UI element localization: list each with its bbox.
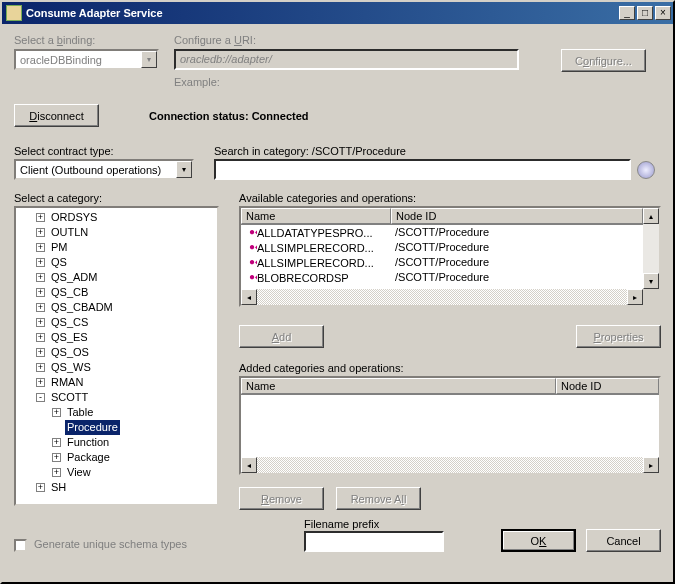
scroll-down-icon[interactable]: ▾: [643, 273, 659, 289]
expand-icon[interactable]: +: [36, 318, 45, 327]
tree-label[interactable]: SH: [49, 480, 68, 495]
expand-icon[interactable]: -: [36, 393, 45, 402]
tree-label[interactable]: View: [65, 465, 93, 480]
tree-label[interactable]: QS: [49, 255, 69, 270]
properties-button[interactable]: Properties: [576, 325, 661, 348]
category-tree[interactable]: +ORDSYS+OUTLN+PM+QS+QS_ADM+QS_CB+QS_CBAD…: [14, 206, 219, 506]
scroll-left-icon[interactable]: ◂: [241, 289, 257, 305]
remove-button[interactable]: Remove: [239, 487, 324, 510]
tree-item[interactable]: +QS_CBADM: [18, 300, 215, 315]
tree-label[interactable]: Function: [65, 435, 111, 450]
tree-label[interactable]: QS_CBADM: [49, 300, 115, 315]
tree-label[interactable]: QS_ADM: [49, 270, 99, 285]
search-input[interactable]: [214, 159, 631, 180]
tree-label[interactable]: QS_CB: [49, 285, 90, 300]
tree-item[interactable]: +Table: [18, 405, 215, 420]
chevron-down-icon[interactable]: [176, 161, 192, 178]
tree-item[interactable]: +QS_WS: [18, 360, 215, 375]
expand-icon[interactable]: +: [36, 228, 45, 237]
list-row[interactable]: ●◆ALLSIMPLERECORD.../SCOTT/Procedure: [241, 240, 643, 255]
expand-icon[interactable]: +: [52, 408, 61, 417]
maximize-button[interactable]: □: [637, 6, 653, 20]
tree-item[interactable]: -SCOTT: [18, 390, 215, 405]
scroll-right-icon[interactable]: ▸: [643, 457, 659, 473]
tree-item[interactable]: +QS_ES: [18, 330, 215, 345]
expand-icon[interactable]: +: [52, 438, 61, 447]
expand-icon[interactable]: +: [36, 303, 45, 312]
contract-select[interactable]: Client (Outbound operations): [14, 159, 194, 180]
expand-icon[interactable]: +: [52, 468, 61, 477]
expand-icon[interactable]: +: [36, 213, 45, 222]
removeall-button[interactable]: Remove All: [336, 487, 421, 510]
tree-item[interactable]: +OUTLN: [18, 225, 215, 240]
tree-label[interactable]: QS_OS: [49, 345, 91, 360]
add-button[interactable]: Add: [239, 325, 324, 348]
tree-item[interactable]: +PM: [18, 240, 215, 255]
tree-label[interactable]: QS_CS: [49, 315, 90, 330]
category-label: Select a category:: [14, 192, 219, 204]
expand-icon[interactable]: +: [36, 483, 45, 492]
tree-label[interactable]: ORDSYS: [49, 210, 99, 225]
expand-icon[interactable]: +: [36, 378, 45, 387]
tree-item[interactable]: +QS_OS: [18, 345, 215, 360]
tree-item[interactable]: +QS: [18, 255, 215, 270]
example-label: Example:: [174, 76, 561, 88]
configure-button[interactable]: Configure...: [561, 49, 646, 72]
scroll-up-icon[interactable]: ▴: [643, 208, 659, 224]
tree-item[interactable]: +ORDSYS: [18, 210, 215, 225]
col-nodeid[interactable]: Node ID: [556, 378, 659, 394]
list-row[interactable]: ●◆ALLDATATYPESPRO.../SCOTT/Procedure: [241, 225, 643, 240]
tree-item[interactable]: +QS_ADM: [18, 270, 215, 285]
expand-icon[interactable]: +: [36, 288, 45, 297]
expand-icon[interactable]: +: [36, 348, 45, 357]
added-list[interactable]: Name Node ID ◂ ▸: [239, 376, 661, 475]
tree-label[interactable]: PM: [49, 240, 70, 255]
chevron-down-icon[interactable]: [141, 51, 157, 68]
col-name[interactable]: Name: [241, 208, 391, 224]
expand-icon[interactable]: +: [36, 273, 45, 282]
connection-status: Connection status: Connected: [149, 110, 309, 122]
app-icon: [6, 5, 22, 21]
col-name[interactable]: Name: [241, 378, 556, 394]
tree-item[interactable]: +QS_CB: [18, 285, 215, 300]
disconnect-button[interactable]: Disconnect: [14, 104, 99, 127]
expand-icon[interactable]: +: [36, 363, 45, 372]
tree-label[interactable]: OUTLN: [49, 225, 90, 240]
tree-item[interactable]: +Function: [18, 435, 215, 450]
close-button[interactable]: ×: [655, 6, 671, 20]
col-nodeid[interactable]: Node ID: [391, 208, 643, 224]
tree-item[interactable]: +RMAN: [18, 375, 215, 390]
filename-prefix-input[interactable]: [304, 531, 444, 552]
scroll-left-icon[interactable]: ◂: [241, 457, 257, 473]
list-row[interactable]: ●◆ALLSIMPLERECORD.../SCOTT/Procedure: [241, 255, 643, 270]
contract-label: Select contract type:: [14, 145, 214, 157]
tree-label[interactable]: Table: [65, 405, 95, 420]
tree-label[interactable]: SCOTT: [49, 390, 90, 405]
expand-icon[interactable]: +: [52, 453, 61, 462]
tree-label[interactable]: Procedure: [65, 420, 120, 435]
expand-icon[interactable]: +: [36, 333, 45, 342]
expand-icon[interactable]: +: [36, 243, 45, 252]
scroll-right-icon[interactable]: ▸: [627, 289, 643, 305]
list-row[interactable]: ●◆BLOBRECORDSP/SCOTT/Procedure: [241, 270, 643, 285]
tree-label[interactable]: QS_ES: [49, 330, 90, 345]
available-list[interactable]: Name Node ID ●◆ALLDATATYPESPRO.../SCOTT/…: [239, 206, 661, 307]
gen-schema-label: Generate unique schema types: [34, 538, 187, 550]
tree-label[interactable]: QS_WS: [49, 360, 93, 375]
binding-select[interactable]: oracleDBBinding: [14, 49, 159, 70]
tree-label[interactable]: RMAN: [49, 375, 85, 390]
expand-icon[interactable]: [52, 423, 61, 432]
tree-item[interactable]: +View: [18, 465, 215, 480]
expand-icon[interactable]: +: [36, 258, 45, 267]
tree-item[interactable]: Procedure: [18, 420, 215, 435]
minimize-button[interactable]: _: [619, 6, 635, 20]
tree-item[interactable]: +QS_CS: [18, 315, 215, 330]
tree-item[interactable]: +Package: [18, 450, 215, 465]
ok-button[interactable]: OK: [501, 529, 576, 552]
tree-label[interactable]: Package: [65, 450, 112, 465]
cancel-button[interactable]: Cancel: [586, 529, 661, 552]
search-go-icon[interactable]: [637, 161, 655, 179]
uri-label: Configure a URI:: [174, 34, 561, 46]
gen-schema-checkbox[interactable]: [14, 539, 27, 552]
tree-item[interactable]: +SH: [18, 480, 215, 495]
